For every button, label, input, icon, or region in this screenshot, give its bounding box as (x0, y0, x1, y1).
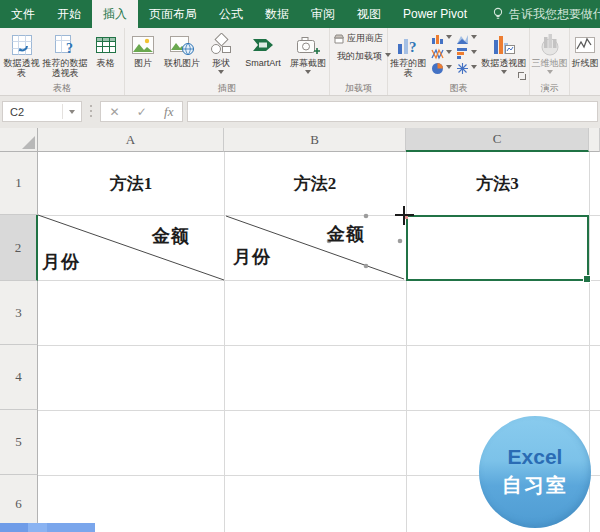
threed-map-button[interactable]: 三维地图 (532, 30, 568, 77)
mini-chart-column-button[interactable] (431, 32, 452, 45)
row-header-1[interactable]: 1 (0, 152, 38, 215)
column-header-b[interactable]: B (224, 128, 406, 152)
group-label-tables: 表格 (0, 82, 124, 95)
caret-icon (446, 50, 452, 57)
watermark-title: Excel (508, 445, 563, 469)
sparkline-line-button[interactable]: 折线图 (570, 30, 600, 68)
pie-chart-icon (431, 62, 444, 75)
svg-text:?: ? (66, 41, 73, 56)
ribbon-group-addins: 应用商店 我的加载项 加载项 (330, 28, 388, 95)
formula-buttons: ✕ ✓ fx (100, 101, 183, 122)
formula-bar-grip[interactable] (90, 105, 92, 107)
gridline (38, 345, 600, 346)
name-box-value: C2 (10, 106, 24, 118)
tab-data[interactable]: 数据 (254, 0, 300, 28)
ribbon-group-charts: ? 推荐的图表 (388, 28, 530, 95)
lightbulb-icon (492, 7, 504, 21)
pivottable-icon (9, 31, 35, 58)
charts-dialog-launcher[interactable] (517, 71, 527, 81)
cell-c1[interactable]: 方法3 (406, 152, 589, 215)
column-chart-icon (431, 32, 444, 45)
cell-a1[interactable]: 方法1 (38, 152, 224, 215)
formula-input[interactable] (187, 101, 598, 122)
mini-chart-bar-button[interactable] (456, 47, 477, 60)
ribbon-group-demo: 三维地图 演示 (530, 28, 570, 95)
tab-power-pivot[interactable]: Power Pivot (392, 0, 478, 28)
table-button[interactable]: 表格 (89, 30, 123, 68)
online-pictures-icon (169, 31, 195, 58)
bar-chart-icon (456, 47, 469, 60)
tab-insert[interactable]: 插入 (92, 0, 138, 28)
watermark-subtitle: 自习室 (502, 472, 568, 499)
row-header-3[interactable]: 3 (0, 281, 38, 345)
mini-chart-scatter-button[interactable] (456, 62, 477, 75)
caret-icon (446, 35, 452, 42)
shapes-dropdown-caret-icon (218, 70, 224, 77)
shapes-button[interactable]: 形状 (204, 30, 238, 77)
caret-icon (471, 65, 477, 72)
insert-function-button[interactable]: fx (164, 104, 173, 120)
pivotchart-label: 数据透视图 (481, 58, 526, 68)
recommended-charts-button[interactable]: ? 推荐的图表 (388, 30, 429, 78)
threed-map-caret-icon (547, 70, 553, 77)
ribbon-group-sparklines: 折线图 (570, 28, 600, 95)
sparkline-icon (573, 31, 597, 58)
select-all-corner[interactable] (0, 128, 38, 152)
my-addins-label: 我的加载项 (337, 50, 382, 63)
caret-icon (446, 65, 452, 72)
shapes-icon (209, 31, 233, 58)
screenshot-button[interactable]: 屏幕截图 (288, 30, 328, 77)
column-header-c[interactable]: C (406, 128, 589, 152)
cell-a2-amount-text: 金额 (152, 224, 190, 248)
cancel-button[interactable]: ✕ (110, 105, 120, 119)
tell-me-label: 告诉我您想要做什么... (509, 6, 600, 23)
group-label-addins: 加载项 (330, 82, 387, 95)
row-header-2[interactable]: 2 (0, 215, 38, 281)
tab-home[interactable]: 开始 (46, 0, 92, 28)
enter-button[interactable]: ✓ (137, 105, 147, 119)
column-header-d-sliver[interactable] (589, 128, 600, 152)
row-header-4[interactable]: 4 (0, 345, 38, 410)
smartart-button[interactable]: SmartArt (238, 30, 288, 68)
mini-chart-line-button[interactable] (431, 47, 452, 60)
tab-view[interactable]: 视图 (346, 0, 392, 28)
name-box-separator (62, 104, 63, 119)
row-header-5[interactable]: 5 (0, 410, 38, 475)
tab-review[interactable]: 审阅 (300, 0, 346, 28)
cell-b2-amount-text: 金额 (327, 222, 365, 246)
smartart-icon (250, 31, 276, 58)
video-progress-bar (0, 523, 95, 532)
pivotchart-caret-icon (501, 70, 507, 77)
my-addins-button[interactable]: 我的加载项 (334, 49, 387, 64)
fill-handle[interactable] (583, 275, 591, 283)
tab-file[interactable]: 文件 (0, 0, 46, 28)
smartart-label: SmartArt (245, 58, 281, 68)
recommended-pivottables-icon: ? (52, 31, 78, 58)
pivotchart-button[interactable]: 数据透视图 (479, 30, 529, 77)
shapes-label: 形状 (212, 58, 230, 68)
selected-cell-c2[interactable] (406, 215, 589, 281)
column-header-a[interactable]: A (38, 128, 224, 152)
mini-chart-pie-button[interactable] (431, 62, 452, 75)
store-icon (334, 34, 344, 44)
name-box[interactable]: C2 (2, 101, 82, 122)
pictures-button[interactable]: 图片 (126, 30, 160, 68)
tab-page-layout[interactable]: 页面布局 (138, 0, 208, 28)
pictures-label: 图片 (134, 58, 152, 68)
recommended-pivottables-label: 推荐的数据透视表 (42, 58, 89, 78)
threed-map-label: 三维地图 (532, 58, 568, 68)
screenshot-dropdown-caret-icon (305, 70, 311, 77)
excel-study-room-watermark: Excel 自习室 (479, 416, 591, 528)
recommended-pivottables-button[interactable]: ? 推荐的数据透视表 (42, 30, 89, 78)
scatter-chart-icon (456, 62, 469, 75)
pivottable-button[interactable]: 数据透视表 (2, 30, 42, 78)
online-pictures-button[interactable]: 联机图片 (160, 30, 204, 68)
name-box-caret-icon[interactable] (69, 110, 75, 117)
mini-chart-area-button[interactable] (456, 32, 477, 45)
select-all-triangle-icon (22, 136, 35, 149)
cell-b1[interactable]: 方法2 (224, 152, 406, 215)
tell-me-box[interactable]: 告诉我您想要做什么... (492, 0, 600, 28)
screenshot-icon (295, 31, 321, 58)
tab-formulas[interactable]: 公式 (208, 0, 254, 28)
store-button[interactable]: 应用商店 (334, 31, 387, 46)
